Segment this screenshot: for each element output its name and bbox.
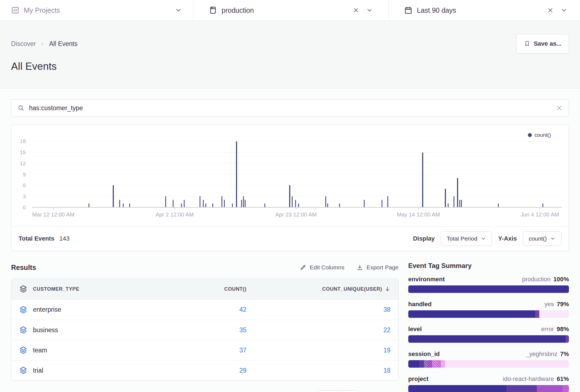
chart-bar[interactable] (445, 189, 446, 207)
chart-bar[interactable] (181, 203, 182, 207)
breadcrumb-discover-link[interactable]: Discover (11, 40, 36, 48)
layers-icon (19, 285, 27, 293)
tag-summary-entry: handled yes 79% (408, 301, 569, 318)
chart-bar[interactable] (364, 200, 365, 207)
events-chart[interactable]: count() 0369121518 Mar 12 12:00 AMApr 2 … (11, 125, 569, 226)
gridline (32, 141, 562, 141)
count-link[interactable]: 29 (239, 367, 247, 374)
tag-distribution-bar[interactable] (408, 335, 569, 343)
global-filter-bar: My Projects production (0, 0, 580, 21)
chart-bar[interactable] (245, 200, 246, 207)
count-unique-link[interactable]: 22 (383, 326, 391, 334)
chart-bar[interactable] (123, 203, 124, 207)
chart-bar[interactable] (212, 203, 213, 207)
chart-bar[interactable] (200, 196, 201, 207)
event-tag-summary: Event Tag Summary environment production… (408, 262, 569, 392)
tag-key: handled (408, 301, 432, 308)
chart-bar[interactable] (224, 200, 225, 207)
tag-bar-segment (408, 310, 535, 318)
chart-bar[interactable] (289, 185, 290, 207)
search-input[interactable] (29, 104, 551, 112)
chart-bar[interactable] (232, 203, 233, 207)
chart-bar[interactable] (173, 200, 173, 207)
chart-bar[interactable] (129, 203, 130, 207)
tag-distribution-bar[interactable] (408, 385, 569, 392)
chart-bar[interactable] (327, 203, 328, 207)
count-unique-link[interactable]: 19 (383, 347, 391, 354)
chart-bar[interactable] (243, 196, 244, 207)
tag-distribution-bar[interactable] (408, 310, 569, 318)
tag-summary-entry: project ido-react-hardware 61% (408, 375, 569, 392)
edit-columns-button[interactable]: Edit Columns (300, 264, 344, 271)
tag-bar-segment (566, 335, 569, 343)
layers-icon (19, 306, 27, 314)
download-icon (356, 264, 363, 271)
gridline (32, 174, 562, 174)
chart-bar[interactable] (543, 203, 543, 207)
chart-bar[interactable] (241, 200, 242, 207)
clear-date-range-icon[interactable] (547, 7, 553, 13)
count-link[interactable]: 42 (239, 306, 247, 313)
display-dropdown[interactable]: Total Period (441, 231, 492, 246)
tag-distribution-bar[interactable] (408, 285, 569, 293)
project-selector[interactable]: My Projects (0, 0, 193, 20)
date-range-label: Last 90 days (417, 6, 456, 14)
chart-bar[interactable] (292, 196, 293, 207)
chart-bar[interactable] (381, 200, 382, 207)
save-as-button[interactable]: Save as... (516, 34, 569, 53)
count-link[interactable]: 35 (239, 326, 247, 334)
chart-bar[interactable] (221, 196, 222, 207)
sort-desc-icon[interactable] (384, 286, 391, 292)
chart-bar[interactable] (206, 203, 206, 207)
chart-bar[interactable] (264, 203, 265, 207)
count-unique-link[interactable]: 18 (383, 367, 391, 374)
chart-bar[interactable] (165, 196, 166, 207)
tag-key: session_id (408, 350, 440, 358)
x-tickmark (418, 208, 419, 210)
y-tick-label: 9 (23, 172, 26, 178)
chart-bar[interactable] (295, 200, 296, 207)
export-page-button[interactable]: Export Page (356, 264, 399, 271)
chart-bar[interactable] (236, 141, 237, 207)
clear-environment-icon[interactable] (353, 7, 359, 13)
chart-bar[interactable] (448, 203, 448, 207)
chart-bar[interactable] (298, 203, 299, 207)
chart-bar[interactable] (113, 185, 114, 207)
count-unique-link[interactable]: 38 (383, 306, 391, 313)
chart-bar[interactable] (184, 200, 185, 207)
chevron-down-icon (175, 7, 182, 14)
project-selector-label: My Projects (24, 6, 60, 14)
tag-distribution-bar[interactable] (408, 360, 569, 368)
chart-bar[interactable] (325, 196, 326, 207)
tag-bar-segment (408, 360, 420, 368)
column-header-count[interactable]: COUNT() (224, 286, 247, 292)
layers-icon (19, 326, 27, 334)
chart-bar[interactable] (422, 153, 423, 207)
column-header-count-unique[interactable]: COUNT_UNIQUE(USER) (322, 286, 382, 292)
chart-bar[interactable] (457, 178, 458, 207)
chart-bar[interactable] (119, 200, 120, 207)
chart-bar[interactable] (453, 196, 454, 207)
chart-bar[interactable] (88, 203, 89, 207)
date-range-selector[interactable]: Last 90 days (388, 0, 580, 20)
pagination-next-button[interactable] (338, 390, 358, 392)
table-row: trial 29 18 (11, 360, 398, 380)
tag-bar-segment (506, 385, 537, 392)
chart-bar[interactable] (203, 200, 204, 207)
yaxis-dropdown[interactable]: count() (523, 231, 561, 246)
chart-bar[interactable] (387, 196, 388, 207)
count-link[interactable]: 37 (239, 347, 247, 354)
x-tickmark (540, 208, 540, 210)
environment-selector[interactable]: production (193, 0, 388, 20)
chart-bar[interactable] (461, 200, 462, 207)
pagination-prev-button[interactable] (319, 390, 338, 392)
yaxis-label: Y-Axis (498, 235, 517, 242)
x-tick-label: Mar 12 12:00 AM (32, 212, 74, 218)
chart-bar[interactable] (339, 203, 340, 207)
clear-search-icon[interactable] (556, 105, 563, 111)
chart-bar[interactable] (498, 203, 499, 207)
column-header-customer-type[interactable]: CUSTOMER_TYPE (33, 286, 79, 292)
breadcrumb: Discover All Events (11, 40, 78, 48)
chart-bar[interactable] (459, 200, 460, 207)
chart-plot-area (32, 141, 562, 208)
